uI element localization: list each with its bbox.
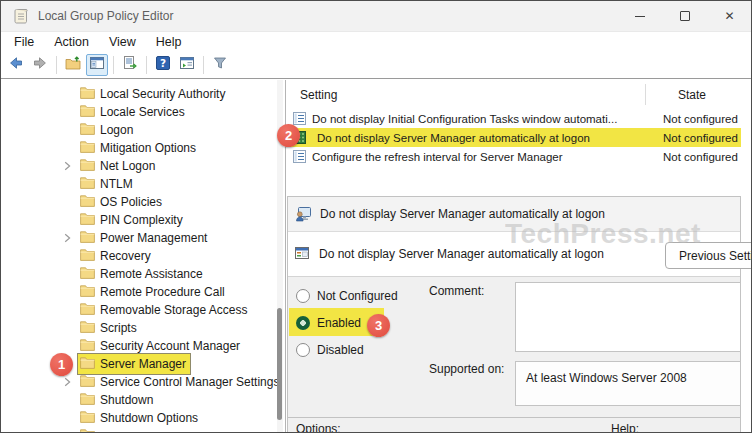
tree-item-label: OS Policies [100, 195, 162, 209]
tree-item-pin-complexity[interactable]: PIN Complexity [0, 211, 285, 229]
show-action-pane-icon [179, 55, 195, 75]
tree-item-label: Mitigation Options [100, 141, 196, 155]
radio-icon[interactable] [296, 289, 310, 303]
tree-item-logon[interactable]: Logon [0, 121, 285, 139]
tree-item-recovery[interactable]: Recovery [0, 247, 285, 265]
radio-label: Not Configured [317, 289, 398, 303]
settings-row[interactable]: Do not display Server Manager automatica… [286, 128, 741, 147]
tree-item-power-management[interactable]: Power Management [0, 229, 285, 247]
radio-option-not-configured[interactable]: Not Configured [296, 288, 398, 304]
help-button[interactable]: ? [152, 54, 174, 76]
callout-badge-1: 1 [50, 353, 73, 376]
tree-item-os-policies[interactable]: OS Policies [0, 193, 285, 211]
folder-icon [80, 175, 95, 193]
previous-setting-button[interactable]: Previous Setting [665, 242, 752, 269]
tree-item-server-manager[interactable]: Server Manager [0, 355, 285, 373]
tree-item-mitigation-options[interactable]: Mitigation Options [0, 139, 285, 157]
filter-button[interactable] [209, 54, 231, 76]
tree-item-scripts[interactable]: Scripts [0, 319, 285, 337]
tree-item-label: Shutdown Options [100, 411, 198, 425]
console-tree-pane: Local Security Authority Locale Services… [0, 80, 286, 433]
radio-icon[interactable] [296, 343, 310, 357]
close-icon: ✕ [724, 9, 734, 23]
back-button[interactable] [5, 54, 27, 76]
forward-button[interactable] [29, 54, 51, 76]
setting-name: Configure the refresh interval for Serve… [312, 151, 563, 163]
tree-item-label: Recovery [100, 249, 151, 263]
tree-item-label: Remote Procedure Call [100, 285, 225, 299]
radio-option-disabled[interactable]: Disabled [296, 342, 398, 358]
tree-item-label: Net Logon [100, 159, 155, 173]
folder-icon [80, 391, 95, 409]
tree-item-content: Local Security Authority [78, 84, 229, 104]
help-icon: ? [155, 55, 171, 75]
tree-item-locale-services[interactable]: Locale Services [0, 103, 285, 121]
folder-icon [80, 409, 95, 427]
up-one-level-icon [65, 55, 81, 75]
tree-item-ntlm[interactable]: NTLM [0, 175, 285, 193]
tree-item-content: Locale Services [78, 102, 189, 122]
show-action-pane-button[interactable] [176, 54, 198, 76]
comment-textarea[interactable] [515, 282, 741, 352]
tree-item-remote-assistance[interactable]: Remote Assistance [0, 265, 285, 283]
menu-item-help[interactable]: Help [146, 32, 192, 52]
setting-name: Do not display Initial Configuration Tas… [312, 113, 617, 125]
radio-label: Disabled [317, 343, 364, 357]
tree-item-label: Locale Services [100, 105, 185, 119]
setting-state: Not configured [663, 113, 738, 125]
column-separator[interactable] [645, 84, 646, 105]
folder-icon [80, 427, 95, 433]
show-console-tree-button[interactable] [86, 54, 108, 76]
tree-scrollbar-thumb[interactable] [277, 308, 282, 420]
tree-item-shutdown-options[interactable]: Shutdown Options [0, 409, 285, 427]
maximize-button[interactable] [662, 0, 707, 32]
tree-item-content: Net Logon [78, 156, 159, 176]
tree-item-local-security-authority[interactable]: Local Security Authority [0, 85, 285, 103]
tree-item-remote-procedure-call[interactable]: Remote Procedure Call [0, 283, 285, 301]
policy-dialog-body: Not Configured Enabled Disabled Comment:… [288, 277, 740, 417]
folder-icon [80, 337, 95, 355]
folder-icon [80, 355, 95, 373]
export-list-button[interactable] [119, 54, 141, 76]
tree-item-label: NTLM [100, 177, 133, 191]
tree-item-content: Shutdown [78, 390, 157, 410]
radio-icon[interactable] [296, 316, 310, 330]
close-button[interactable]: ✕ [707, 0, 752, 32]
tree-item-content: Removable Storage Access [78, 300, 251, 320]
settings-row[interactable]: Configure the refresh interval for Serve… [286, 147, 741, 166]
tree-item-label: Remote Assistance [100, 267, 203, 281]
up-one-level-button[interactable] [62, 54, 84, 76]
menu-item-action[interactable]: Action [44, 32, 99, 52]
menu-item-view[interactable]: View [99, 32, 146, 52]
column-header-setting[interactable]: Setting [300, 88, 337, 102]
menu-item-label: Action [54, 35, 89, 49]
menu-bar: FileActionViewHelp [0, 32, 752, 52]
tree-item-shutdown[interactable]: Shutdown [0, 391, 285, 409]
maximize-icon [680, 11, 690, 21]
tree-item-net-logon[interactable]: Net Logon [0, 157, 285, 175]
tree-item-content: Scripts [78, 318, 141, 338]
folder-icon [80, 121, 95, 139]
tree-item-label: Power Management [100, 231, 207, 245]
column-header-state[interactable]: State [678, 88, 706, 102]
tree-item-label: Scripts [100, 321, 137, 335]
setting-state: Not configured [663, 151, 738, 163]
tree-item-removable-storage-access[interactable]: Removable Storage Access [0, 301, 285, 319]
chevron-right-icon[interactable] [64, 233, 78, 243]
toolbar-separator [56, 56, 57, 74]
tree-item-label: Service Control Manager Settings [100, 375, 279, 389]
tree-item-service-control-manager-settings[interactable]: Service Control Manager Settings [0, 373, 285, 391]
minimize-button[interactable] [617, 0, 662, 32]
chevron-right-icon[interactable] [64, 377, 78, 387]
chevron-right-icon[interactable] [64, 161, 78, 171]
tree-item-security-account-manager[interactable]: Security Account Manager [0, 337, 285, 355]
folder-icon [80, 193, 95, 211]
settings-row[interactable]: Do not display Initial Configuration Tas… [286, 109, 741, 128]
menu-item-file[interactable]: File [4, 32, 44, 52]
setting-state: Not configured [663, 132, 738, 144]
folder-icon [80, 319, 95, 337]
tree-item-content: Shutdown Options [78, 408, 202, 428]
content-area: Local Security Authority Locale Services… [0, 80, 752, 433]
folder-icon [80, 229, 95, 247]
policy-dialog-strip: Do not display Server Manager automatica… [288, 232, 740, 277]
